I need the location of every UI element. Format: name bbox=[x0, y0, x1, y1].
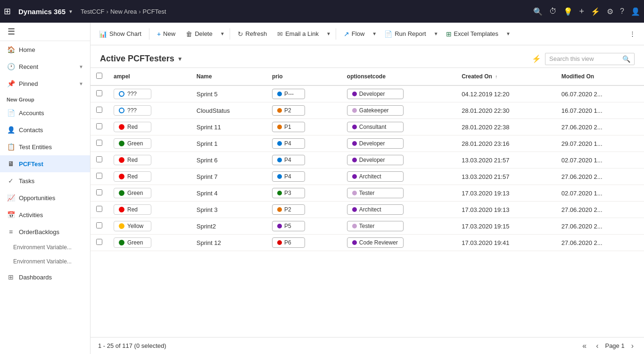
prio-label: P4 bbox=[284, 157, 291, 163]
table-row[interactable]: Red Sprint 6 P4 Developer 13.03.2020 21:… bbox=[91, 152, 644, 169]
excel-caret-button[interactable]: ▼ bbox=[504, 28, 512, 39]
table-row[interactable]: Red Sprint 11 P1 Consultant 28.01.2020 2… bbox=[91, 119, 644, 135]
flow-caret-button[interactable]: ▼ bbox=[370, 28, 379, 39]
col-optionsetcode[interactable]: optionsetcode bbox=[341, 68, 456, 85]
report-caret-button[interactable]: ▼ bbox=[432, 28, 440, 39]
name-cell[interactable]: Sprint 3 bbox=[191, 202, 266, 218]
filter-icon-top[interactable]: ⚡ bbox=[591, 7, 600, 16]
prio-label: P2 bbox=[284, 107, 291, 114]
row-checkbox[interactable] bbox=[96, 123, 102, 129]
sidebar-item-opportunities[interactable]: 📈 Opportunities bbox=[0, 189, 90, 206]
sidebar-item-home[interactable]: 🏠 Home bbox=[0, 41, 90, 58]
name-cell[interactable]: Sprint 7 bbox=[191, 169, 266, 185]
created-cell: 28.01.2020 22:38 bbox=[456, 119, 556, 135]
prio-label: P--- bbox=[284, 91, 294, 97]
row-checkbox[interactable] bbox=[96, 189, 102, 195]
delete-icon: 🗑 bbox=[186, 30, 192, 38]
view-header-right: ⚡ 🔍 bbox=[532, 53, 635, 65]
name-cell[interactable]: Sprint 11 bbox=[191, 119, 266, 135]
name-cell[interactable]: Sprint 6 bbox=[191, 152, 266, 169]
delete-caret-button[interactable]: ▼ bbox=[218, 28, 227, 39]
excel-templates-button[interactable]: ⊞ Excel Templates bbox=[441, 27, 503, 41]
search-input[interactable] bbox=[549, 55, 620, 62]
prio-badge: P3 bbox=[272, 188, 305, 198]
sidebar-item-env-var1[interactable]: Environment Variable... bbox=[0, 240, 90, 254]
row-checkbox-cell bbox=[91, 135, 108, 152]
col-created-on[interactable]: Created On ↑ bbox=[456, 68, 556, 85]
row-checkbox[interactable] bbox=[96, 239, 102, 245]
name-cell[interactable]: Sprint 1 bbox=[191, 135, 266, 152]
next-page-button[interactable]: › bbox=[628, 341, 636, 351]
path-arrow2: › bbox=[139, 8, 140, 15]
search-submit-icon[interactable]: 🔍 bbox=[622, 55, 630, 63]
row-checkbox[interactable] bbox=[96, 107, 102, 113]
table-row[interactable]: Red Sprint 7 P4 Architect 13.03.2020 21:… bbox=[91, 169, 644, 185]
table-row[interactable]: ??? Sprint 5 P--- Developer 04.12.2019 1… bbox=[91, 85, 644, 102]
settings-icon[interactable]: ⚙ bbox=[607, 7, 613, 16]
clock-icon[interactable]: ⏱ bbox=[549, 7, 557, 16]
row-checkbox[interactable] bbox=[96, 206, 102, 212]
refresh-button[interactable]: ↻ Refresh bbox=[233, 27, 272, 41]
col-name[interactable]: Name bbox=[191, 68, 266, 85]
table-row[interactable]: Red Sprint 3 P2 Architect 17.03.2020 19:… bbox=[91, 202, 644, 218]
ampel-dot bbox=[119, 141, 124, 146]
email-caret-button[interactable]: ▼ bbox=[324, 28, 333, 39]
delete-button[interactable]: 🗑 Delete bbox=[181, 27, 217, 41]
name-cell[interactable]: CloudStatus bbox=[191, 102, 266, 119]
first-page-button[interactable]: « bbox=[579, 341, 589, 351]
run-report-button[interactable]: 📄 Run Report bbox=[380, 27, 430, 41]
user-icon[interactable]: 👤 bbox=[631, 7, 640, 16]
flow-button[interactable]: ↗ Flow bbox=[339, 27, 369, 41]
add-icon[interactable]: + bbox=[579, 7, 585, 17]
sidebar-item-order-backlogs[interactable]: ≡ OrderBacklogs bbox=[0, 223, 90, 240]
sidebar-item-tasks[interactable]: ✓ Tasks bbox=[0, 172, 90, 189]
sidebar-item-activities[interactable]: 📅 Activities bbox=[0, 206, 90, 223]
sidebar-item-test-entities[interactable]: 📋 Test Entities bbox=[0, 138, 90, 155]
sidebar-item-dashboards[interactable]: ⊞ Dashboards bbox=[0, 269, 90, 286]
sidebar-item-accounts[interactable]: 📄 Accounts bbox=[0, 104, 90, 121]
report-icon: 📄 bbox=[384, 30, 392, 38]
select-all-checkbox[interactable] bbox=[96, 73, 102, 79]
table-row[interactable]: ??? CloudStatus P2 Gatekeeper 28.01.2020… bbox=[91, 102, 644, 119]
help-icon[interactable]: ? bbox=[620, 7, 624, 16]
waffle-icon[interactable]: ⊞ bbox=[4, 6, 11, 17]
search-box[interactable]: 🔍 bbox=[545, 53, 635, 65]
more-button[interactable]: ⋮ bbox=[625, 27, 640, 40]
email-link-button[interactable]: ✉ Email a Link bbox=[272, 27, 323, 41]
search-icon[interactable]: 🔍 bbox=[533, 7, 543, 16]
row-checkbox[interactable] bbox=[96, 173, 102, 179]
name-cell[interactable]: Sprint 4 bbox=[191, 185, 266, 202]
prev-page-button[interactable]: ‹ bbox=[593, 341, 601, 351]
lightbulb-icon[interactable]: 💡 bbox=[563, 7, 573, 16]
table-row[interactable]: Green Sprint 12 P6 Code Reviewer 17.03.2… bbox=[91, 235, 644, 251]
col-ampel[interactable]: ampel bbox=[108, 68, 191, 85]
col-prio[interactable]: prio bbox=[266, 68, 341, 85]
sidebar-item-recent[interactable]: 🕐 Recent ▼ bbox=[0, 58, 90, 75]
new-button[interactable]: + New bbox=[152, 27, 180, 41]
sidebar-item-pcftest[interactable]: 🖥 PCFTest bbox=[0, 155, 90, 172]
prio-dot bbox=[277, 158, 282, 162]
row-checkbox[interactable] bbox=[96, 222, 102, 228]
name-cell[interactable]: Sprint 12 bbox=[191, 235, 266, 251]
ampel-dot bbox=[119, 108, 124, 113]
table-row[interactable]: Green Sprint 1 P4 Developer 28.01.2020 2… bbox=[91, 135, 644, 152]
sidebar-item-pinned[interactable]: 📌 Pinned ▼ bbox=[0, 75, 90, 92]
name-cell[interactable]: Sprint2 bbox=[191, 218, 266, 235]
brand-caret[interactable]: ▼ bbox=[68, 9, 73, 14]
sidebar-item-env-var2[interactable]: Environment Variable... bbox=[0, 254, 90, 269]
sidebar-item-contacts[interactable]: 👤 Contacts bbox=[0, 121, 90, 138]
sort-arrow-created: ↑ bbox=[495, 74, 497, 79]
filter-icon[interactable]: ⚡ bbox=[532, 54, 541, 63]
view-header: Active PCFTesters ▼ ⚡ 🔍 bbox=[91, 45, 644, 68]
hamburger-icon[interactable]: ☰ bbox=[6, 25, 17, 38]
row-checkbox[interactable] bbox=[96, 156, 102, 162]
table-row[interactable]: Green Sprint 4 P3 Tester 17.03.2020 19:1… bbox=[91, 185, 644, 202]
show-chart-button[interactable]: 📊 Show Chart bbox=[94, 27, 146, 41]
table-row[interactable]: Yellow Sprint2 P5 Tester 17.03.2020 19:1… bbox=[91, 218, 644, 235]
col-modified-on[interactable]: Modified On bbox=[556, 68, 644, 85]
ampel-label: Green bbox=[127, 239, 143, 246]
view-title-caret[interactable]: ▼ bbox=[177, 56, 183, 62]
row-checkbox[interactable] bbox=[96, 140, 102, 146]
name-cell[interactable]: Sprint 5 bbox=[191, 85, 266, 102]
row-checkbox[interactable] bbox=[96, 90, 102, 96]
